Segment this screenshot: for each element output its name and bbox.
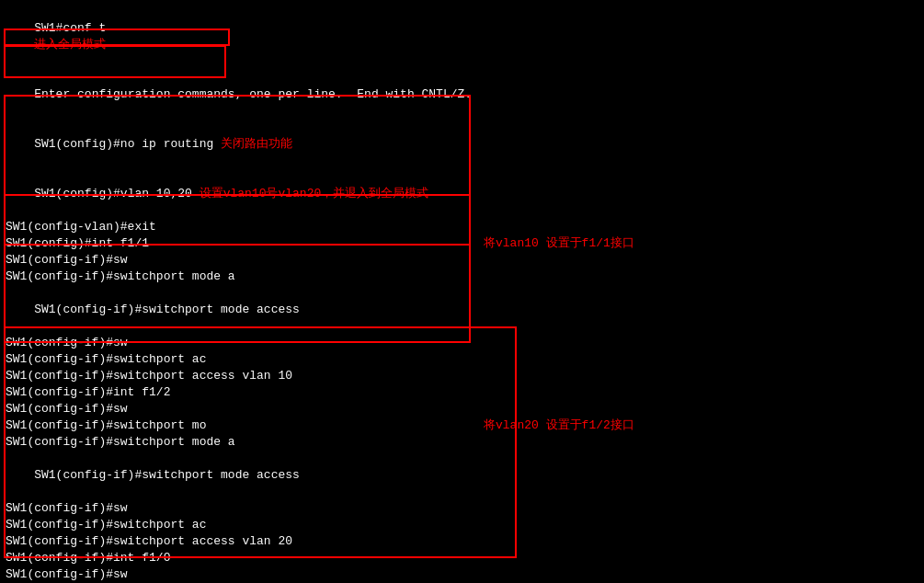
cmd-no-ip-routing: SW1(config)#no ip routing (34, 137, 213, 151)
annotation-enter-global: 进入全局模式 (34, 38, 106, 51)
line-2: Enter configuration commands, one per li… (6, 70, 918, 120)
line-5: SW1(config-vlan)#exit (6, 219, 918, 235)
line-10: SW1(config-if)#sw (6, 335, 918, 351)
annotation-close-routing: 关闭路由功能 (213, 137, 292, 151)
line-6: SW1(config)#int f1/1 (6, 235, 918, 252)
line-14: SW1(config-if)#sw (6, 401, 918, 417)
annotation-vlan10-f11: 将vlan10 设置于f1/1接口 (484, 235, 634, 252)
line-7: SW1(config-if)#sw (6, 252, 918, 269)
cmd-conf-t: SW1#conf t (34, 21, 106, 35)
line-21: SW1(config-if)#int f1/0 (6, 550, 918, 566)
line-15: SW1(config-if)#switchport mo (6, 417, 918, 434)
line-9: SW1(config-if)#switchport mode access将vl… (6, 285, 918, 335)
line-3: SW1(config)#no ip routing 关闭路由功能 (6, 120, 918, 169)
line-1: SW1#conf t 进入全局模式 (6, 4, 918, 70)
line-22: SW1(config-if)#sw (6, 566, 918, 583)
line-12: SW1(config-if)#switchport access vlan 10 (6, 368, 918, 384)
line-8: SW1(config-if)#switchport mode a (6, 269, 918, 285)
cmd-config-hint: Enter configuration commands, one per li… (34, 87, 472, 101)
annotation-vlan-setup: 设置vlan10号vlan20，并退入到全局模式 (192, 187, 428, 200)
line-16: SW1(config-if)#switchport mode a (6, 434, 918, 451)
line-17: SW1(config-if)#switchport mode access将vl… (6, 451, 918, 500)
annotation-vlan20-f12: 将vlan20 设置于f1/2接口 (484, 417, 634, 434)
line-13: SW1(config-if)#int f1/2 (6, 384, 918, 401)
line-4: SW1(config)#vlan 10,20 设置vlan10号vlan20，并… (6, 169, 918, 219)
line-20: SW1(config-if)#switchport access vlan 20 (6, 533, 918, 550)
line-18: SW1(config-if)#sw (6, 500, 918, 517)
line-11: SW1(config-if)#switchport ac (6, 351, 918, 368)
terminal: SW1#conf t 进入全局模式 Enter configuration co… (0, 0, 924, 583)
line-19: SW1(config-if)#switchport ac (6, 517, 918, 533)
cmd-vlan: SW1(config)#vlan 10,20 (34, 187, 192, 200)
